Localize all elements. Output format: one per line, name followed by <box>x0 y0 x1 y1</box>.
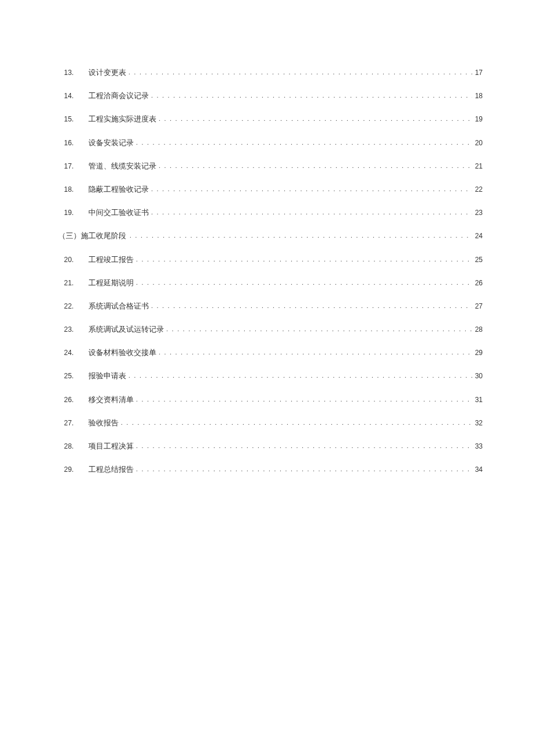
toc-page: 29 <box>472 348 483 358</box>
toc-section-title: （三）施工收尾阶段 <box>58 231 127 241</box>
toc-number: 28. <box>64 442 88 452</box>
toc-entry: 21. 工程延期说明 26 <box>64 278 483 288</box>
toc-number: 18. <box>64 185 88 195</box>
toc-entry: 20. 工程竣工报告 25 <box>64 255 483 265</box>
toc-leader <box>134 465 472 474</box>
toc-title: 隐蔽工程验收记录 <box>88 184 149 195</box>
toc-page: 21 <box>472 162 483 171</box>
toc-page: 27 <box>472 302 483 311</box>
toc-page: 25 <box>472 255 483 265</box>
toc-number: 20. <box>64 255 88 265</box>
toc-leader <box>156 162 472 170</box>
toc-number: 29. <box>64 465 88 475</box>
toc-leader <box>134 442 472 450</box>
toc-leader <box>127 231 472 240</box>
toc-page: 18 <box>472 91 483 101</box>
toc-leader <box>134 138 472 147</box>
toc-page: 26 <box>472 278 483 288</box>
toc-entry: 18. 隐蔽工程验收记录 22 <box>64 184 483 195</box>
toc-number: 25. <box>64 371 88 381</box>
toc-page: 23 <box>472 208 483 218</box>
toc-title: 中间交工验收证书 <box>88 207 149 218</box>
toc-title: 工程竣工报告 <box>88 255 134 265</box>
toc-title: 工程实施实际进度表 <box>88 114 156 124</box>
toc-title: 工程洽商会议记录 <box>88 91 149 101</box>
toc-entry: 16. 设备安装记录 20 <box>64 138 483 148</box>
toc-title: 工程延期说明 <box>88 278 134 288</box>
toc-entry: 17. 管道、线缆安装记录 21 <box>64 161 483 171</box>
toc-entry: 29. 工程总结报告 34 <box>64 464 483 475</box>
toc-title: 系统调试合格证书 <box>88 301 149 311</box>
toc-leader <box>149 185 472 194</box>
toc-number: 15. <box>64 114 88 124</box>
toc-page: 34 <box>472 465 483 475</box>
toc-number: 14. <box>64 91 88 101</box>
toc-title: 管道、线缆安装记录 <box>88 161 156 171</box>
toc-number: 22. <box>64 302 88 311</box>
toc-entry: 24. 设备材料验收交接单 29 <box>64 347 483 358</box>
toc-title: 报验申请表 <box>88 371 126 381</box>
toc-entry: 22. 系统调试合格证书 27 <box>64 301 483 311</box>
toc-page: 32 <box>472 418 483 428</box>
toc-entry: 15. 工程实施实际进度表 19 <box>64 114 483 124</box>
toc-number: 23. <box>64 325 88 335</box>
toc-number: 26. <box>64 395 88 405</box>
toc-entry: 25. 报验申请表 30 <box>64 371 483 381</box>
toc-leader <box>164 325 472 334</box>
toc-leader <box>126 371 472 380</box>
toc-number: 24. <box>64 348 88 358</box>
toc-container: 13. 设计变更表 17 14. 工程洽商会议记录 18 15. 工程实施实际进… <box>64 67 483 475</box>
toc-page: 33 <box>472 442 483 452</box>
toc-title: 设备安装记录 <box>88 138 134 148</box>
toc-leader <box>149 208 472 217</box>
toc-number: 27. <box>64 418 88 428</box>
toc-page: 17 <box>472 68 483 78</box>
toc-entry: 23. 系统调试及试运转记录 28 <box>64 324 483 335</box>
toc-entry: 19. 中间交工验收证书 23 <box>64 207 483 218</box>
toc-leader <box>149 91 472 100</box>
toc-leader <box>156 348 472 357</box>
toc-title: 工程总结报告 <box>88 464 134 475</box>
toc-leader <box>156 114 472 123</box>
toc-number: 13. <box>64 68 88 78</box>
toc-number: 21. <box>64 278 88 288</box>
toc-title: 移交资料清单 <box>88 395 134 405</box>
toc-section-heading: （三）施工收尾阶段 24 <box>58 231 483 241</box>
toc-number: 17. <box>64 162 88 171</box>
toc-entry: 27. 验收报告 32 <box>64 418 483 428</box>
toc-number: 19. <box>64 208 88 218</box>
toc-entry: 13. 设计变更表 17 <box>64 67 483 78</box>
toc-page: 22 <box>472 185 483 195</box>
toc-entry: 26. 移交资料清单 31 <box>64 395 483 405</box>
toc-page: 19 <box>472 114 483 124</box>
toc-page: 30 <box>472 371 483 381</box>
toc-title: 设备材料验收交接单 <box>88 347 156 358</box>
toc-page: 31 <box>472 395 483 405</box>
toc-leader <box>149 302 472 310</box>
toc-leader <box>134 278 472 287</box>
toc-page: 24 <box>472 231 483 241</box>
toc-title: 系统调试及试运转记录 <box>88 324 164 335</box>
toc-number: 16. <box>64 138 88 148</box>
toc-entry: 14. 工程洽商会议记录 18 <box>64 91 483 101</box>
toc-leader <box>119 418 472 427</box>
toc-page: 20 <box>472 138 483 148</box>
toc-leader <box>134 255 472 264</box>
toc-entry: 28. 项目工程决算 33 <box>64 441 483 452</box>
toc-page: 28 <box>472 325 483 335</box>
toc-leader <box>126 68 472 77</box>
toc-title: 设计变更表 <box>88 67 126 78</box>
toc-title: 验收报告 <box>88 418 119 428</box>
toc-title: 项目工程决算 <box>88 441 134 452</box>
toc-leader <box>134 395 472 404</box>
